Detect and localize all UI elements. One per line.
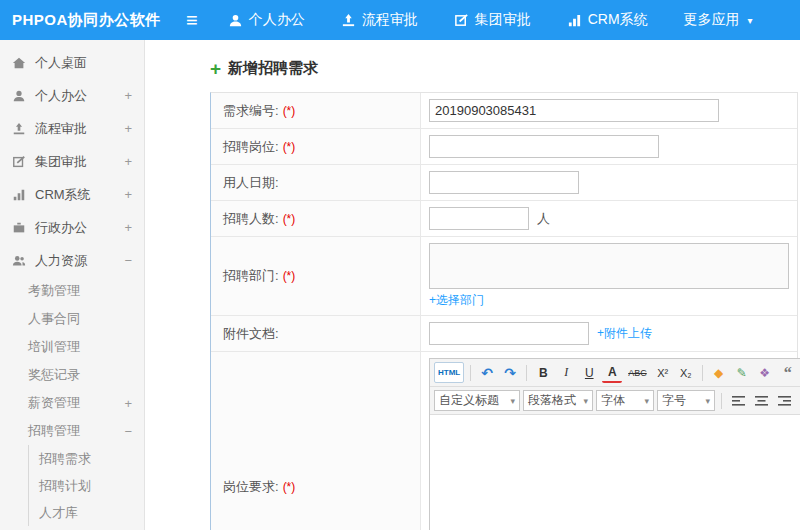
sidebar-item-workflow-approval[interactable]: 流程审批 + [0, 112, 144, 145]
page-title-text: 新增招聘需求 [228, 59, 318, 78]
nav-more-apps[interactable]: 更多应用 ▾ [684, 11, 753, 29]
expand-icon[interactable]: + [124, 88, 132, 103]
editor-content-area[interactable] [430, 415, 800, 530]
recruit-submenu: 招聘需求 招聘计划 人才库 [28, 445, 144, 526]
editor-toolbar-row2: 自定义标题 ▾ 段落格式 ▾ 字体 ▾ [430, 387, 800, 415]
attachment-upload-link[interactable]: +附件上传 [597, 325, 652, 342]
position-input[interactable] [429, 135, 659, 158]
sidebar-item-salary[interactable]: 薪资管理 + [0, 389, 144, 417]
toolbar-separator [702, 365, 703, 381]
demand-no-input[interactable] [429, 99, 719, 122]
field-label: 招聘人数: [223, 210, 279, 228]
edit-icon [454, 13, 469, 28]
blockquote-button[interactable]: “ [778, 362, 798, 383]
font-size-select[interactable]: 字号 ▾ [657, 390, 715, 411]
headcount-input[interactable] [429, 207, 529, 230]
bar-chart-icon [567, 13, 582, 28]
underline-button[interactable]: U [579, 362, 599, 383]
nav-personal-office[interactable]: 个人办公 [228, 11, 305, 29]
top-navigation: 个人办公 流程审批 集团审批 CRM系统 更多应用 ▾ [228, 11, 753, 29]
chevron-down-icon: ▾ [748, 15, 753, 26]
bar-chart-icon [12, 188, 26, 202]
sidebar-item-hr-contract[interactable]: 人事合同 [0, 305, 144, 333]
sidebar-item-desktop[interactable]: 个人桌面 [0, 46, 144, 79]
recruit-need-form: 需求编号: (*) 招聘岗位: (*) 用人日期: [210, 92, 798, 530]
form-row-position: 招聘岗位: (*) [211, 129, 797, 165]
format-brush-button[interactable]: ✎ [732, 362, 752, 383]
hire-date-input[interactable] [429, 171, 579, 194]
sidebar-item-recruit-plan[interactable]: 招聘计划 [29, 472, 144, 499]
app-title: PHPOA协同办公软件 [0, 11, 186, 30]
upload-tray-icon [341, 13, 356, 28]
align-center-button[interactable] [751, 390, 771, 411]
redo-button[interactable]: ↷ [500, 362, 520, 383]
nav-workflow-approval[interactable]: 流程审批 [341, 11, 418, 29]
expand-icon[interactable]: + [124, 187, 132, 202]
sidebar-item-recruit-need[interactable]: 招聘需求 [29, 445, 144, 472]
field-label: 招聘岗位: [223, 138, 279, 156]
source-code-button[interactable]: HTML [434, 362, 464, 383]
superscript-button[interactable]: X² [653, 362, 673, 383]
form-row-attachment: 附件文档: +附件上传 [211, 316, 797, 352]
attachment-input[interactable] [429, 322, 589, 345]
font-family-select[interactable]: 字体 ▾ [596, 390, 654, 411]
sidebar-item-recruit-mgmt[interactable]: 招聘管理 − [0, 417, 144, 445]
chevron-down-icon: ▾ [644, 396, 649, 406]
align-left-button[interactable] [728, 390, 748, 411]
form-row-demand-no: 需求编号: (*) [211, 93, 797, 129]
paragraph-format-select[interactable]: 段落格式 ▾ [523, 390, 593, 411]
chevron-down-icon: ▾ [583, 396, 588, 406]
sidebar-item-hr[interactable]: 人力资源 − [0, 244, 144, 277]
sidebar-item-crm[interactable]: CRM系统 + [0, 178, 144, 211]
main-content: + 新增招聘需求 需求编号: (*) 招聘岗位: (*) [145, 40, 800, 530]
expand-icon[interactable]: + [124, 121, 132, 136]
field-label: 岗位要求: [223, 478, 279, 496]
expand-icon[interactable]: + [124, 396, 132, 411]
field-label: 需求编号: [223, 102, 279, 120]
collapse-icon[interactable]: − [124, 253, 132, 268]
sidebar-item-talent-pool[interactable]: 人才库 [29, 499, 144, 526]
chevron-down-icon: ▾ [510, 396, 515, 406]
collapse-icon[interactable]: − [124, 424, 132, 439]
subscript-button[interactable]: X₂ [676, 362, 696, 383]
briefcase-icon [12, 221, 26, 235]
font-color-button[interactable]: A [602, 362, 622, 383]
expand-icon[interactable]: + [124, 154, 132, 169]
sidebar-item-attendance[interactable]: 考勤管理 [0, 277, 144, 305]
strikethrough-button[interactable]: ABC [625, 362, 650, 383]
bold-button[interactable]: B [533, 362, 553, 383]
italic-button[interactable]: I [556, 362, 576, 383]
home-icon [12, 56, 26, 70]
nav-group-approval[interactable]: 集团审批 [454, 11, 531, 29]
sidebar-item-group-approval[interactable]: 集团审批 + [0, 145, 144, 178]
sidebar-item-admin-office[interactable]: 行政办公 + [0, 211, 144, 244]
person-icon [12, 89, 26, 103]
people-icon [12, 254, 26, 268]
field-label: 招聘部门: [223, 267, 279, 285]
select-department-link[interactable]: +选择部门 [429, 292, 484, 309]
add-icon: + [210, 59, 221, 78]
custom-heading-select[interactable]: 自定义标题 ▾ [434, 390, 520, 411]
form-row-department: 招聘部门: (*) +选择部门 [211, 237, 797, 316]
chevron-down-icon: ▾ [705, 396, 710, 406]
undo-button[interactable]: ↶ [477, 362, 497, 383]
required-mark: (*) [283, 140, 296, 154]
palette-button[interactable]: ❖ [755, 362, 775, 383]
sidebar-item-personal-office[interactable]: 个人办公 + [0, 79, 144, 112]
align-right-button[interactable] [774, 390, 794, 411]
sidebar-item-rewards[interactable]: 奖惩记录 [0, 361, 144, 389]
sidebar: 个人桌面 个人办公 + 流程审批 + 集团审批 + [0, 40, 145, 530]
department-textarea[interactable] [429, 243, 789, 289]
expand-icon[interactable]: + [124, 220, 132, 235]
sidebar-item-training[interactable]: 培训管理 [0, 333, 144, 361]
remove-format-button[interactable]: ◆ [709, 362, 729, 383]
align-center-icon [755, 395, 768, 407]
required-mark: (*) [283, 212, 296, 226]
nav-crm-system[interactable]: CRM系统 [567, 11, 648, 29]
menu-toggle-icon[interactable]: ≡ [186, 10, 198, 30]
nav-label: 更多应用 [684, 11, 740, 29]
person-icon [228, 13, 243, 28]
form-row-requirements: 岗位要求: (*) HTML ↶ ↷ B I U [211, 352, 797, 530]
nav-label: 流程审批 [362, 11, 418, 29]
nav-label: 个人办公 [249, 11, 305, 29]
